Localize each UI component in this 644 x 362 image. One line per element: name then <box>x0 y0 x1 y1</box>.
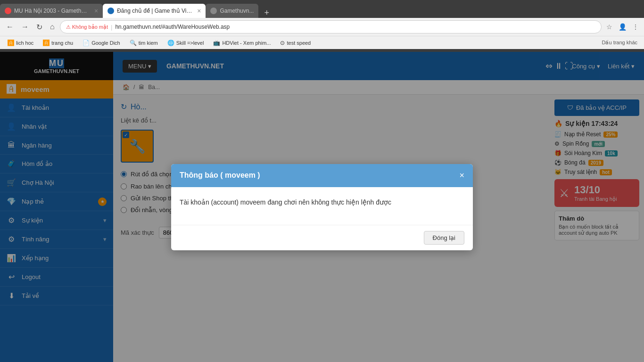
bookmark-testspeed[interactable]: ⊙ test speed <box>276 39 314 47</box>
forward-button[interactable]: → <box>19 22 31 32</box>
profile-icon[interactable]: 👤 <box>618 22 627 32</box>
modal-close-button[interactable]: × <box>459 171 464 181</box>
tab-close-2[interactable]: × <box>197 7 201 15</box>
bookmark-amazon[interactable]: 🅰 lich hoc <box>4 38 37 48</box>
security-warning: ⚠ Không bảo mật <box>66 24 108 30</box>
modal-action-button[interactable]: Đóng lại <box>424 231 464 245</box>
modal-footer: Đóng lại <box>171 225 473 250</box>
modal-title: Thông báo ( moveem ) <box>180 171 260 180</box>
bookmark-skill[interactable]: 🌐 Skill =>level <box>164 39 208 47</box>
bookmark-googledich[interactable]: 📄 Google Dich <box>79 39 124 47</box>
googledich-icon: 📄 <box>83 40 90 46</box>
modal-body: Tài khoản (account) moveem đang chơi nên… <box>171 187 473 225</box>
skill-icon: 🌐 <box>167 40 174 46</box>
tab-close-1[interactable]: × <box>94 7 98 15</box>
tab-title-1: MU Hà Nội 2003 - GamethuVN.n... <box>14 8 90 14</box>
modal-header: Thông báo ( moveem ) × <box>171 164 473 187</box>
tab-3[interactable]: Gamethuvn... <box>206 4 258 18</box>
back-button[interactable]: ← <box>4 22 16 32</box>
tab-favicon-1 <box>5 8 11 14</box>
search-icon: 🔍 <box>130 40 137 46</box>
tab-title-2: Đăng chủ đề | Game thủ Việt Na... <box>117 8 192 14</box>
bookmark-hdviet[interactable]: 📺 HDViet - Xem phim... <box>209 39 274 47</box>
home-button[interactable]: ⌂ <box>48 22 57 32</box>
hdviet-icon: 📺 <box>213 40 220 46</box>
address-bar[interactable]: ⚠ Không bảo mật | hn.gamethuvn.net/#auth… <box>60 20 602 33</box>
bookmark-timkiem[interactable]: 🔍 tim kiem <box>126 39 162 47</box>
new-tab-button[interactable]: + <box>260 8 273 18</box>
menu-dots-icon[interactable]: ⋮ <box>631 22 640 32</box>
bookmarks-bar: 🅰 lich hoc 🅰 trang chu 📄 Google Dich 🔍 t… <box>0 36 644 49</box>
reload-button[interactable]: ↻ <box>34 22 45 33</box>
tab-1[interactable]: MU Hà Nội 2003 - GamethuVN.n... × <box>0 4 103 18</box>
trangchu-icon: 🅰 <box>43 39 50 47</box>
address-text: hn.gamethuvn.net/#auth/WareHouseWeb.asp <box>115 24 230 30</box>
tab-title-3: Gamethuvn... <box>220 8 254 14</box>
speed-icon: ⊙ <box>280 40 285 46</box>
bookmark-trangchu[interactable]: 🅰 trang chu <box>39 38 77 48</box>
bookmark-more[interactable]: Dấu trang khác <box>599 39 640 47</box>
modal-dialog: Thông báo ( moveem ) × Tài khoản (accoun… <box>171 164 473 250</box>
modal-overlay: Thông báo ( moveem ) × Tài khoản (accoun… <box>0 52 644 362</box>
bookmark-icon[interactable]: ☆ <box>604 22 614 32</box>
tab-2[interactable]: Đăng chủ đề | Game thủ Việt Na... × <box>103 4 206 18</box>
modal-message: Tài khoản (account) moveem đang chơi nên… <box>180 198 391 206</box>
amazon-icon: 🅰 <box>8 39 14 47</box>
tab-favicon-2 <box>107 8 114 14</box>
tab-favicon-3 <box>210 8 217 14</box>
